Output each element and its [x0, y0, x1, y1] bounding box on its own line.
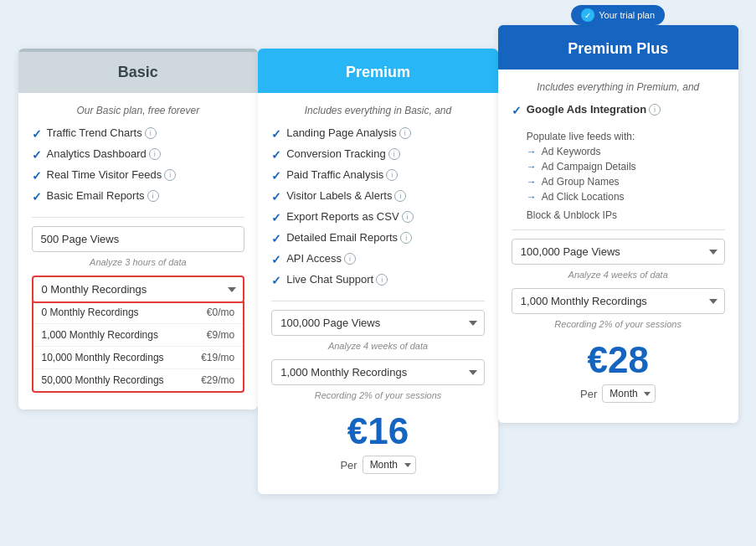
dropdown-item-price: €29/mo [201, 374, 234, 386]
sub-feature-group: Populate live feeds with: → Ad Keywords … [527, 131, 725, 203]
list-item: ✓ Traffic Trend Charts i [32, 126, 245, 141]
list-item: ✓ API Access i [271, 252, 485, 266]
premium-plus-page-views-select[interactable]: 100,000 Page Views [512, 239, 725, 265]
list-item: ✓ Landing Page Analysis i [271, 126, 485, 141]
list-item[interactable]: 50,000 Monthly Recordings €29/mo [33, 368, 244, 391]
check-icon: ✓ [32, 169, 42, 183]
premium-plus-per-row: Per Month Year [512, 384, 725, 403]
premium-feature-list: ✓ Landing Page Analysis i ✓ Conversion T… [271, 126, 485, 287]
premium-plus-feature-list: ✓ Google Ads Integration i [512, 103, 725, 117]
info-icon[interactable]: i [147, 190, 159, 202]
plan-basic: Basic Our Basic plan, free forever ✓ Tra… [18, 49, 259, 410]
check-icon: ✓ [512, 104, 522, 117]
premium-analyze-text: Analyze 4 weeks of data [271, 341, 485, 351]
feature-label-text: Landing Page Analysis [286, 126, 397, 139]
dropdown-item-price: €19/mo [201, 352, 234, 363]
list-item[interactable]: 10,000 Monthly Recordings €19/mo [33, 346, 244, 368]
info-icon[interactable]: i [388, 148, 400, 160]
sub-feature-text: Ad Campaign Details [542, 161, 636, 173]
basic-subtitle: Our Basic plan, free forever [32, 105, 245, 116]
list-item: → Ad Click Locations [527, 191, 725, 203]
premium-plus-per-label: Per [580, 388, 597, 400]
info-icon[interactable]: i [402, 211, 414, 223]
basic-analyze-text: Analyze 3 hours of data [32, 257, 245, 267]
basic-recordings-wrapper: 0 Monthly Recordings 1,000 Monthly Recor… [32, 276, 245, 393]
premium-plus-per-select[interactable]: Month Year [602, 384, 656, 403]
sub-feature-text: Ad Keywords [542, 146, 601, 157]
info-icon[interactable]: i [649, 104, 661, 116]
premium-subtitle: Includes everything in Basic, and [271, 105, 485, 116]
pricing-container: Basic Our Basic plan, free forever ✓ Tra… [18, 25, 738, 494]
dropdown-item-price: €9/mo [207, 329, 234, 341]
dropdown-item-price: €0/mo [207, 306, 234, 318]
check-icon: ✓ [271, 232, 281, 245]
basic-recordings-dropdown: 0 Monthly Recordings €0/mo 1,000 Monthly… [32, 301, 245, 393]
feature-label-text: Live Chat Support [286, 273, 373, 286]
info-icon[interactable]: i [344, 253, 356, 265]
populate-label: Populate live feeds with: [527, 131, 725, 142]
check-icon: ✓ [271, 169, 281, 183]
arrow-icon: → [527, 176, 537, 188]
premium-header: Premium [258, 52, 498, 93]
premium-plus-recording-note: Recording 2% of your sessions [512, 319, 725, 329]
sub-feature-text: Ad Group Names [542, 176, 620, 188]
check-icon: ✓ [32, 148, 42, 162]
block-unblock-text: Block & Unblock IPs [527, 209, 725, 221]
info-icon[interactable]: i [145, 127, 157, 139]
list-item: ✓ Basic Email Reports i [32, 189, 245, 203]
list-item: ✓ Export Reports as CSV i [271, 210, 485, 224]
check-icon: ✓ [271, 148, 281, 162]
premium-plus-analyze-text: Analyze 4 weeks of data [512, 270, 725, 280]
premium-plus-subtitle: Includes everything in Premium, and [512, 81, 725, 93]
list-item[interactable]: 0 Monthly Recordings €0/mo [33, 301, 244, 323]
list-item[interactable]: 1,000 Monthly Recordings €9/mo [33, 323, 244, 346]
list-item: ✓ Analytics Dashboard i [32, 147, 245, 162]
check-icon: ✓ [271, 253, 281, 266]
premium-plus-price: €28 [512, 339, 725, 381]
list-item: ✓ Google Ads Integration i [512, 103, 725, 117]
plan-premium: Premium Includes everything in Basic, an… [258, 49, 498, 494]
info-icon[interactable]: i [376, 274, 388, 286]
feature-label-text: Visitor Labels & Alerts [286, 189, 392, 202]
list-item: ✓ Live Chat Support i [271, 273, 485, 287]
list-item: → Ad Group Names [527, 176, 725, 188]
trial-badge-text: Your trial plan [599, 10, 655, 20]
feature-label-text: Conversion Tracking [286, 147, 386, 160]
feature-label-text: Basic Email Reports [47, 189, 145, 202]
list-item: ✓ Visitor Labels & Alerts i [271, 189, 485, 203]
trial-badge: ✓ Your trial plan [571, 5, 665, 25]
basic-recordings-select[interactable]: 0 Monthly Recordings 1,000 Monthly Recor… [32, 276, 245, 303]
check-icon: ✓ [32, 190, 42, 203]
info-icon[interactable]: i [400, 232, 412, 244]
check-icon: ✓ [32, 127, 42, 141]
dropdown-item-label: 10,000 Monthly Recordings [42, 352, 164, 363]
premium-page-views-select[interactable]: 100,000 Page Views [271, 310, 485, 336]
info-icon[interactable]: i [386, 169, 398, 181]
premium-plus-recordings-select[interactable]: 1,000 Monthly Recordings [512, 288, 725, 314]
premium-plus-header: Premium Plus [498, 28, 738, 70]
feature-label-text: Paid Traffic Analysis [286, 168, 383, 181]
list-item: ✓ Paid Traffic Analysis i [271, 168, 485, 183]
list-item: → Ad Campaign Details [527, 161, 725, 173]
list-item: ✓ Detailed Email Reports i [271, 231, 485, 245]
feature-label-text: Analytics Dashboard [47, 147, 147, 160]
check-icon: ✓ [271, 211, 281, 224]
dropdown-item-label: 1,000 Monthly Recordings [42, 329, 158, 341]
basic-page-views: 500 Page Views [32, 226, 245, 252]
info-icon[interactable]: i [399, 127, 411, 139]
info-icon[interactable]: i [164, 169, 176, 181]
plan-premium-plus: ✓ Your trial plan Premium Plus Includes … [498, 25, 738, 423]
list-item: ✓ Real Time Visitor Feeds i [32, 168, 245, 183]
basic-header: Basic [18, 52, 259, 93]
premium-recordings-select[interactable]: 1,000 Monthly Recordings [271, 359, 485, 385]
feature-label-text: Export Reports as CSV [286, 210, 399, 223]
premium-per-row: Per Month Year [271, 456, 485, 474]
feature-label-text: Detailed Email Reports [286, 231, 398, 244]
dropdown-item-label: 0 Monthly Recordings [42, 306, 139, 318]
check-icon: ✓ [271, 190, 281, 203]
info-icon[interactable]: i [149, 148, 161, 160]
premium-per-select[interactable]: Month Year [363, 456, 416, 474]
info-icon[interactable]: i [394, 190, 406, 202]
trial-check-icon: ✓ [581, 8, 594, 22]
check-icon: ✓ [271, 127, 281, 141]
